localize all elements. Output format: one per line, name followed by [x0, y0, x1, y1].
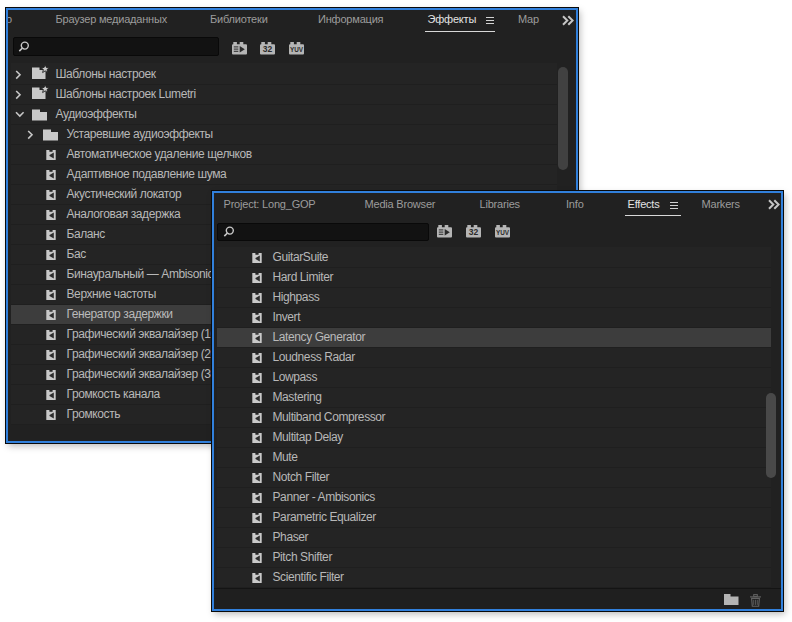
- svg-text:32: 32: [262, 44, 272, 54]
- svg-text:YUV: YUV: [496, 229, 510, 236]
- svg-text:32: 32: [469, 227, 479, 237]
- svg-text:YUV: YUV: [289, 46, 303, 53]
